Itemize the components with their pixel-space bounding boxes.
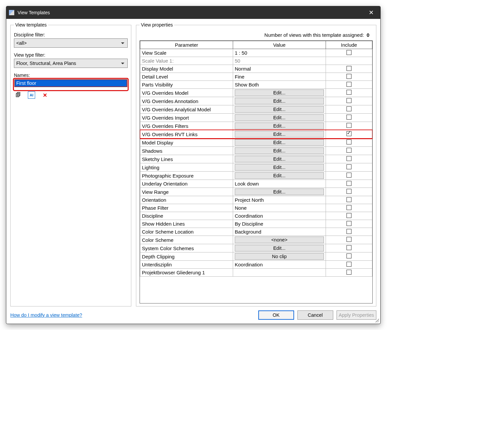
grid-header-value[interactable]: Value (233, 41, 326, 49)
include-checkbox[interactable] (346, 189, 351, 194)
edit-button[interactable]: Edit... (235, 106, 324, 113)
edit-button[interactable]: Edit... (235, 156, 324, 162)
param-cell: Color Scheme (140, 236, 233, 244)
include-checkbox[interactable] (346, 181, 351, 186)
edit-button[interactable]: Edit... (235, 131, 324, 137)
grid-header-include[interactable]: Include (326, 41, 372, 49)
include-checkbox[interactable] (346, 253, 351, 258)
include-checkbox[interactable] (346, 221, 351, 226)
include-cell (326, 155, 372, 163)
param-cell: Model Display (140, 138, 233, 147)
param-cell: System Color Schemes (140, 244, 233, 252)
edit-button[interactable]: Edit... (235, 114, 324, 121)
include-checkbox[interactable] (346, 205, 351, 210)
assigned-count-row: Number of views with this template assig… (140, 31, 373, 40)
include-checkbox[interactable] (346, 270, 351, 275)
include-checkbox[interactable] (346, 164, 351, 169)
include-checkbox[interactable] (346, 237, 351, 242)
value-cell[interactable]: Look down (233, 180, 326, 188)
include-checkbox[interactable] (346, 148, 351, 153)
edit-button[interactable]: Edit... (235, 189, 324, 195)
value-cell[interactable]: Koordination (233, 261, 326, 269)
include-checkbox[interactable] (346, 213, 351, 218)
table-row: Photographic ExposureEdit... (140, 172, 372, 180)
include-checkbox[interactable] (346, 115, 351, 120)
include-checkbox[interactable] (346, 262, 351, 267)
resize-handle-icon[interactable] (374, 318, 379, 322)
names-listbox[interactable]: First floor ████████ ████ ████ ████████ … (14, 79, 127, 87)
include-cell (326, 196, 372, 204)
duplicate-icon[interactable]: 🗐 (15, 91, 22, 99)
help-link[interactable]: How do I modify a view template? (10, 312, 82, 318)
value-cell: Edit... (233, 147, 326, 155)
names-list-selected-item[interactable]: First floor (15, 80, 127, 87)
include-checkbox[interactable] (346, 197, 351, 202)
include-checkbox[interactable] (346, 82, 351, 87)
include-checkbox[interactable] (346, 98, 351, 103)
include-checkbox[interactable] (346, 139, 351, 144)
view-type-filter-dropdown[interactable]: Floor, Structural, Area Plans (14, 59, 128, 68)
value-cell[interactable]: Show Both (233, 81, 326, 89)
include-checkbox[interactable] (346, 156, 351, 161)
rename-icon[interactable]: AI (28, 91, 35, 99)
include-checkbox[interactable] (346, 106, 351, 111)
table-row: Color Scheme<none> (140, 236, 372, 244)
value-cell[interactable]: By Discipline (233, 220, 326, 228)
include-cell (326, 65, 372, 73)
view-type-filter-value: Floor, Structural, Area Plans (16, 61, 76, 66)
assigned-count-label: Number of views with this template assig… (264, 32, 364, 38)
table-row: V/G Overrides ImportEdit... (140, 114, 372, 122)
table-row: ShadowsEdit... (140, 147, 372, 155)
view-templates-legend: View templates (14, 22, 48, 27)
include-checkbox[interactable] (346, 50, 351, 55)
edit-button[interactable]: Edit... (235, 172, 324, 179)
include-checkbox[interactable] (346, 131, 351, 136)
value-cell[interactable]: Fine (233, 73, 326, 81)
table-row: View RangeEdit... (140, 188, 372, 196)
close-icon[interactable]: ✕ (364, 6, 378, 19)
include-checkbox[interactable] (346, 66, 351, 71)
include-cell (326, 204, 372, 212)
edit-button[interactable]: Edit... (235, 139, 324, 146)
edit-button[interactable]: Edit... (235, 164, 324, 171)
edit-button[interactable]: Edit... (235, 245, 324, 251)
value-cell[interactable]: Project North (233, 196, 326, 204)
include-cell (326, 212, 372, 220)
include-checkbox[interactable] (346, 74, 351, 79)
value-cell[interactable]: Normal (233, 65, 326, 73)
include-checkbox[interactable] (346, 229, 351, 234)
include-cell (326, 57, 372, 65)
include-checkbox[interactable] (346, 123, 351, 128)
value-cell[interactable]: 50 (233, 57, 326, 65)
table-row: V/G Overrides AnnotationEdit... (140, 97, 372, 105)
edit-button[interactable]: <none> (235, 237, 324, 243)
value-cell[interactable] (233, 269, 326, 277)
grid-header-parameter[interactable]: Parameter (140, 41, 233, 49)
edit-button[interactable]: No clip (235, 253, 324, 260)
ok-button[interactable]: OK (258, 310, 294, 320)
cancel-button[interactable]: Cancel (297, 310, 333, 320)
view-type-filter-label: View type filter: (14, 52, 128, 58)
value-cell[interactable]: Coordination (233, 212, 326, 220)
edit-button[interactable]: Edit... (235, 147, 324, 154)
value-cell[interactable]: Background (233, 228, 326, 236)
param-cell: Color Scheme Location (140, 228, 233, 236)
param-cell: Orientation (140, 196, 233, 204)
value-cell: <none> (233, 236, 326, 244)
include-checkbox[interactable] (346, 245, 351, 250)
value-cell[interactable]: None (233, 204, 326, 212)
param-cell: V/G Overrides RVT Links (140, 130, 233, 138)
include-checkbox[interactable] (346, 90, 351, 95)
param-cell: Phase Filter (140, 204, 233, 212)
value-cell: Edit... (233, 122, 326, 130)
discipline-filter-dropdown[interactable]: <all> (14, 38, 128, 48)
value-cell[interactable]: 1 : 50 (233, 49, 326, 57)
delete-icon[interactable]: ✕ (41, 91, 48, 99)
include-checkbox[interactable] (346, 173, 351, 178)
param-cell: Projektbrowser Gliederung 1 (140, 269, 233, 277)
edit-button[interactable]: Edit... (235, 98, 324, 104)
include-cell (326, 49, 372, 57)
edit-button[interactable]: Edit... (235, 89, 324, 96)
include-cell (326, 81, 372, 89)
edit-button[interactable]: Edit... (235, 123, 324, 129)
